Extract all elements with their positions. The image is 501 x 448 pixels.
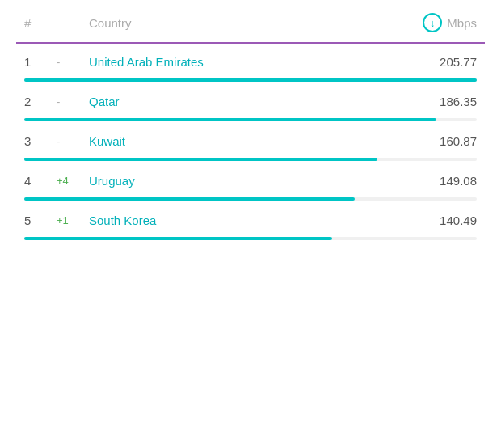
progress-bar-container [24,197,477,201]
rank-number: 1 [24,55,57,69]
table-row: 4 +4 Uruguay 149.08 [16,163,485,201]
row-content-1: 1 - United Arab Emirates 205.77 [24,55,477,78]
mbps-column-header: ↓ Mbps [423,13,477,32]
rank-change: - [57,135,89,147]
country-column-header: Country [89,16,423,30]
progress-bar [24,158,377,161]
country-name[interactable]: United Arab Emirates [89,55,440,69]
speed-value: 205.77 [440,55,477,69]
table-row: 1 - United Arab Emirates 205.77 [16,44,485,82]
speed-value: 140.49 [440,213,477,227]
progress-bar-container [24,237,477,240]
country-name[interactable]: Uruguay [89,174,440,188]
progress-bar-container [24,158,477,161]
country-name[interactable]: South Korea [89,213,440,227]
progress-bar-container [24,78,477,82]
country-name[interactable]: Qatar [89,95,440,108]
rank-change: - [57,95,89,108]
row-content-3: 3 - Kuwait 160.87 [24,134,477,158]
progress-bar [24,78,477,82]
table-header: # Country ↓ Mbps [16,0,485,44]
speed-table: # Country ↓ Mbps 1 - United Arab Emirate… [0,0,501,448]
row-content-2: 2 - Qatar 186.35 [24,95,477,118]
progress-bar [24,197,355,201]
table-row: 5 +1 South Korea 140.49 [16,202,485,240]
table-row: 2 - Qatar 186.35 [16,83,485,121]
rank-change: - [57,56,89,68]
row-content-4: 4 +4 Uruguay 149.08 [24,174,477,197]
rank-number: 4 [24,174,57,188]
speed-value: 160.87 [440,134,477,148]
progress-bar-container [24,118,477,121]
download-icon: ↓ [423,13,442,32]
rank-column-header: # [24,16,57,30]
country-name[interactable]: Kuwait [89,134,440,148]
progress-bar [24,118,436,121]
rank-number: 2 [24,95,57,108]
speed-value: 149.08 [440,174,477,188]
row-content-5: 5 +1 South Korea 140.49 [24,213,477,237]
speed-value: 186.35 [440,95,477,108]
progress-bar [24,237,332,240]
table-row: 3 - Kuwait 160.87 [16,123,485,161]
rank-change: +4 [57,175,89,187]
table-body: 1 - United Arab Emirates 205.77 2 - Qata… [16,44,485,240]
rank-number: 5 [24,213,57,227]
rank-number: 3 [24,134,57,148]
rank-change: +1 [57,214,89,226]
